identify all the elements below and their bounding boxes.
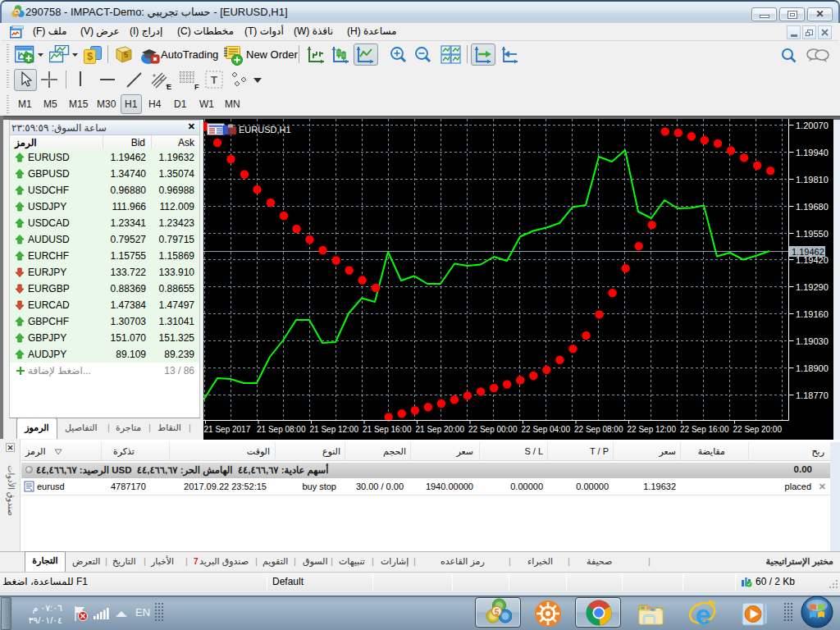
svg-text:e: e <box>696 600 711 629</box>
svg-text:21 Sep 12:00: 21 Sep 12:00 <box>310 425 359 434</box>
svg-text:1.19290: 1.19290 <box>796 282 829 292</box>
svg-text:1.19462: 1.19462 <box>792 247 824 257</box>
svg-text:T: T <box>211 74 217 86</box>
svg-text:22 Sep 08:00: 22 Sep 08:00 <box>574 425 623 434</box>
svg-text:1.18770: 1.18770 <box>796 390 829 400</box>
svg-text:22 Sep 00:00: 22 Sep 00:00 <box>468 425 518 434</box>
svg-text:$: $ <box>87 50 94 62</box>
svg-text:1.20070: 1.20070 <box>796 121 829 130</box>
svg-text:1.19680: 1.19680 <box>796 202 829 212</box>
svg-text:5: 5 <box>495 608 500 617</box>
svg-text:E: E <box>167 83 171 91</box>
svg-text:22 Sep 20:00: 22 Sep 20:00 <box>733 425 783 434</box>
svg-text:1.19940: 1.19940 <box>796 148 829 158</box>
svg-text:21 Sep 2017: 21 Sep 2017 <box>204 425 251 434</box>
svg-text:F: F <box>194 83 199 91</box>
svg-text:21 Sep 16:00: 21 Sep 16:00 <box>363 425 412 434</box>
svg-text:1.19030: 1.19030 <box>796 336 829 346</box>
svg-text:22 Sep 16:00: 22 Sep 16:00 <box>680 425 729 434</box>
svg-text:1.18900: 1.18900 <box>796 363 829 373</box>
svg-text:22 Sep 04:00: 22 Sep 04:00 <box>522 425 571 434</box>
svg-text:22 Sep 12:00: 22 Sep 12:00 <box>628 425 677 434</box>
svg-text:1.19550: 1.19550 <box>796 229 829 239</box>
svg-text:21 Sep 20:00: 21 Sep 20:00 <box>416 425 465 434</box>
svg-text:1.19810: 1.19810 <box>796 175 829 185</box>
svg-text:21 Sep 08:00: 21 Sep 08:00 <box>257 425 306 434</box>
svg-text:EURUSD,H1: EURUSD,H1 <box>239 125 291 135</box>
svg-text:5: 5 <box>15 9 19 16</box>
svg-text:1.19160: 1.19160 <box>796 309 829 319</box>
